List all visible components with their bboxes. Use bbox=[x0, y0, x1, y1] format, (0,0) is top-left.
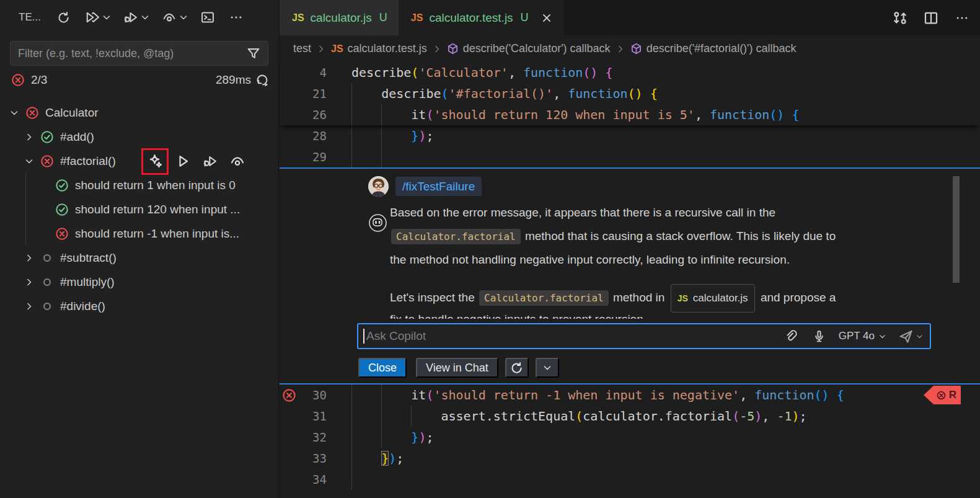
tree-item-calculator[interactable]: Calculator bbox=[0, 100, 278, 125]
tab-calculator-js[interactable]: JS calculator.js U bbox=[280, 0, 399, 35]
breadcrumb-item[interactable]: JScalculator.test.js bbox=[331, 42, 427, 55]
refresh-tests-icon[interactable] bbox=[55, 8, 73, 27]
rerun-icon[interactable] bbox=[256, 73, 270, 87]
chevron-spacer bbox=[37, 179, 51, 192]
chevron-down-icon bbox=[916, 332, 924, 340]
mic-icon[interactable] bbox=[810, 327, 829, 345]
tree-item--add-[interactable]: #add() bbox=[0, 125, 278, 149]
file-name: calculator.js bbox=[693, 287, 748, 310]
error-icon bbox=[55, 226, 69, 241]
test-filter-input[interactable]: Filter (e.g. text, !exclude, @tag) bbox=[10, 41, 268, 66]
slash-command-chip[interactable]: /fixTestFailure bbox=[395, 177, 482, 196]
chevron-down-icon[interactable] bbox=[7, 106, 21, 120]
model-picker[interactable]: GPT 4o bbox=[839, 330, 886, 342]
chevron-down-icon[interactable] bbox=[22, 154, 36, 168]
tree-item-label: should return 1 when input is 0 bbox=[75, 179, 236, 192]
more-actions-icon[interactable] bbox=[227, 8, 245, 27]
close-icon[interactable] bbox=[541, 12, 552, 24]
tree-item-label: #factorial() bbox=[60, 154, 116, 168]
code-line-33[interactable]: 33 }); bbox=[280, 448, 980, 469]
inline-code-chip: Calculator.factorial bbox=[391, 229, 521, 244]
js-file-icon: JS bbox=[292, 12, 304, 24]
editor-tabs: JS calculator.js U JS calculator.test.js… bbox=[280, 0, 980, 35]
tree-item-should-return-120-when-input-[interactable]: should return 120 when input ... bbox=[0, 197, 278, 221]
paperclip-icon[interactable] bbox=[782, 327, 800, 345]
tree-item-actions bbox=[147, 149, 246, 173]
watch-tests-icon[interactable] bbox=[160, 8, 179, 27]
tree-item-label: Calculator bbox=[45, 106, 99, 120]
close-button[interactable]: Close bbox=[358, 358, 407, 378]
more-actions-icon[interactable] bbox=[953, 9, 971, 27]
sticky-scroll: 4describe('Calculator', function() {21 d… bbox=[280, 62, 980, 125]
refresh-icon bbox=[510, 362, 523, 375]
code-line-30[interactable]: 30 it('should return -1 when input is ne… bbox=[280, 385, 980, 406]
code-line-21[interactable]: 21 describe('#factorial()', function() { bbox=[280, 83, 980, 104]
regenerate-button[interactable] bbox=[505, 358, 529, 378]
chevron-down-icon bbox=[542, 363, 552, 373]
breadcrumb-item[interactable]: test bbox=[293, 42, 311, 55]
test-explorer-panel: TE... Filter (e.g. text, !exclude, @tag)… bbox=[0, 0, 279, 498]
error-icon bbox=[936, 390, 947, 401]
chevron-right-icon[interactable] bbox=[22, 275, 36, 289]
chevron-right-icon[interactable] bbox=[22, 300, 36, 313]
compare-changes-icon[interactable] bbox=[891, 9, 909, 27]
send-button[interactable] bbox=[899, 329, 924, 344]
breadcrumb-item[interactable]: describe('#factorial()') callback bbox=[630, 42, 797, 55]
error-icon bbox=[40, 154, 55, 169]
breadcrumb-separator bbox=[432, 44, 442, 54]
chevron-down-icon[interactable] bbox=[179, 8, 188, 27]
breadcrumb-item[interactable]: describe('Calculator') callback bbox=[447, 42, 611, 55]
line-number: 28 bbox=[280, 125, 327, 146]
indent-guide bbox=[351, 146, 352, 167]
code-line-32[interactable]: 32 }); bbox=[280, 427, 980, 448]
line-number: 29 bbox=[280, 146, 327, 167]
code-line-31[interactable]: 31 assert.strictEqual(calculator.factori… bbox=[280, 406, 980, 427]
copilot-message: Based on the error message, it appears t… bbox=[390, 201, 980, 272]
filter-icon[interactable] bbox=[247, 47, 260, 60]
chevron-right-icon[interactable] bbox=[22, 251, 36, 265]
watch-icon[interactable] bbox=[229, 153, 246, 170]
code-line-4[interactable]: 4describe('Calculator', function() { bbox=[280, 62, 980, 83]
tree-item-should-return-1-when-input-is-[interactable]: should return -1 when input is... bbox=[0, 221, 278, 246]
tree-item-should-return-1-when-input-is-0[interactable]: should return 1 when input is 0 bbox=[0, 173, 278, 197]
cube-icon bbox=[630, 43, 642, 55]
debug-icon[interactable] bbox=[201, 153, 219, 170]
code-line-26[interactable]: 26 it('should return 120 when input is 5… bbox=[280, 104, 980, 125]
code-text: assert.strictEqual(calculator.factorial(… bbox=[351, 406, 807, 427]
chevron-down-icon[interactable] bbox=[102, 8, 112, 27]
tree-item--subtract-[interactable]: #subtract() bbox=[0, 246, 278, 270]
tab-calculator-test-js[interactable]: JS calculator.test.js U bbox=[399, 0, 563, 35]
chat-scrollbar[interactable] bbox=[953, 176, 960, 283]
sparkle-icon[interactable] bbox=[147, 153, 164, 170]
ask-copilot-input[interactable] bbox=[364, 329, 782, 343]
indent-guide bbox=[351, 469, 352, 490]
file-reference-chip[interactable]: JScalculator.js bbox=[671, 284, 755, 313]
code-line-29[interactable]: 29 bbox=[280, 146, 980, 167]
git-untracked-badge: U bbox=[521, 11, 529, 24]
run-icon[interactable] bbox=[174, 153, 192, 170]
terminal-icon[interactable] bbox=[198, 8, 217, 27]
breadcrumb-separator bbox=[316, 44, 326, 54]
tree-item--divide-[interactable]: #divide() bbox=[0, 294, 278, 318]
chevron-down-icon[interactable] bbox=[140, 8, 150, 27]
code-line-28[interactable]: 28 }); bbox=[280, 125, 980, 146]
breadcrumb-separator bbox=[616, 44, 625, 54]
code-line-34[interactable]: 34 bbox=[280, 469, 980, 490]
test-failure-tag[interactable]: R bbox=[924, 386, 961, 404]
chat-text: the method not handling negative input c… bbox=[390, 253, 790, 266]
run-all-tests-icon[interactable] bbox=[83, 8, 102, 27]
test-tree: Calculator#add()#factorial()should retur… bbox=[0, 100, 278, 318]
tree-item--factorial-[interactable]: #factorial() bbox=[0, 149, 278, 173]
tree-item--multiply-[interactable]: #multiply() bbox=[0, 270, 278, 294]
line-number: 30 bbox=[280, 385, 327, 406]
pending-icon bbox=[40, 275, 55, 290]
code-text: describe('Calculator', function() { bbox=[351, 62, 612, 83]
tree-item-label: #multiply() bbox=[60, 275, 115, 289]
tree-item-label: should return 120 when input ... bbox=[75, 203, 240, 216]
debug-all-tests-icon[interactable] bbox=[121, 8, 140, 27]
line-number: 34 bbox=[280, 469, 327, 490]
more-options-button[interactable] bbox=[536, 358, 559, 378]
chevron-right-icon[interactable] bbox=[22, 130, 36, 144]
split-editor-icon[interactable] bbox=[922, 9, 940, 27]
view-in-chat-button[interactable]: View in Chat bbox=[416, 358, 498, 378]
